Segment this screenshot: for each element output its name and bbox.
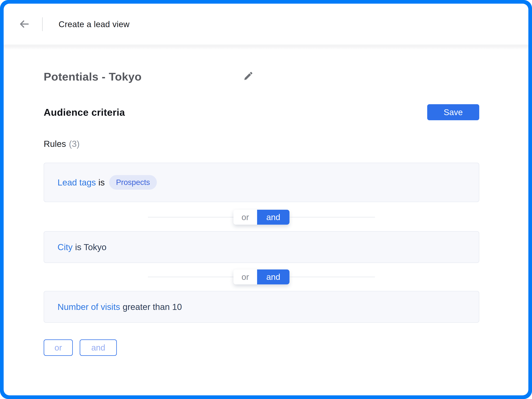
connector-row-1: or and	[44, 210, 479, 225]
connector-line-left	[148, 217, 234, 217]
connector-line-right	[290, 217, 375, 217]
connector-line-left	[148, 277, 234, 277]
rule-field-link[interactable]: Number of visits	[57, 302, 120, 312]
pencil-icon	[242, 71, 253, 82]
edit-view-name-button[interactable]	[242, 70, 254, 83]
rule-operator: is Tokyo	[75, 242, 107, 252]
rule-card-city[interactable]: City is Tokyo	[44, 231, 479, 263]
or-segment[interactable]: or	[234, 269, 257, 284]
save-button[interactable]: Save	[427, 104, 479, 120]
rule-field-link[interactable]: City	[57, 242, 73, 252]
rules-label: Rules (3)	[44, 138, 479, 149]
add-rule-buttons: or and	[44, 340, 479, 356]
header: Create a lead view	[4, 4, 528, 45]
connector-row-2: or and	[44, 269, 479, 284]
rule-value-chip[interactable]: Prospects	[109, 175, 157, 190]
main-content: Potentials - Tokyo Audience criteria Sav…	[44, 70, 479, 356]
view-name: Potentials - Tokyo	[44, 70, 142, 83]
add-and-rule-button[interactable]: and	[80, 340, 117, 356]
rule-operator: is	[98, 177, 105, 188]
rule-field-link[interactable]: Lead tags	[57, 177, 96, 188]
rules-count: (3)	[69, 139, 80, 149]
or-and-toggle-1: or and	[234, 210, 290, 225]
rule-card-number-of-visits[interactable]: Number of visits greater than 10	[44, 291, 479, 323]
and-segment-selected[interactable]: and	[257, 210, 290, 225]
rules-text: Rules	[44, 139, 66, 149]
rule-card-lead-tags[interactable]: Lead tags is Prospects	[44, 163, 479, 202]
view-name-row: Potentials - Tokyo	[44, 70, 479, 83]
header-divider	[42, 17, 43, 31]
app-frame: Create a lead view Potentials - Tokyo Au…	[0, 0, 532, 399]
or-segment[interactable]: or	[234, 210, 257, 225]
page-title: Create a lead view	[59, 19, 130, 29]
back-button[interactable]	[19, 18, 30, 30]
or-and-toggle-2: or and	[234, 269, 290, 284]
and-segment-selected[interactable]: and	[257, 269, 290, 284]
audience-criteria-row: Audience criteria Save	[44, 104, 479, 120]
back-arrow-icon	[19, 18, 30, 30]
app-window: Create a lead view Potentials - Tokyo Au…	[4, 4, 528, 395]
rule-operator: greater than 10	[123, 302, 182, 312]
add-or-rule-button[interactable]: or	[44, 340, 73, 356]
section-title: Audience criteria	[44, 107, 125, 118]
connector-line-right	[290, 277, 375, 277]
